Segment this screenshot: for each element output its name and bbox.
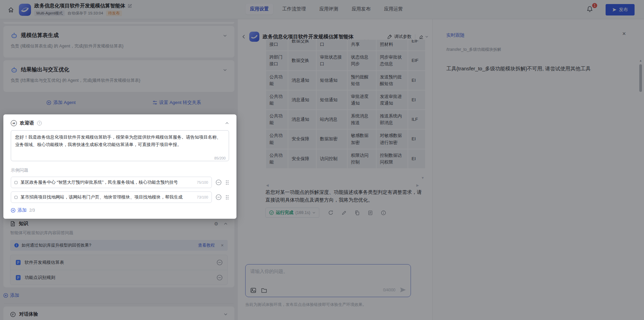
sample-question-text: 某区政务服务中心 “智慧大厅预约审批系统”，民生服务领域，核心功能含预约挂号: [21, 179, 194, 185]
sample-question-row: 某区政务服务中心 “智慧大厅预约审批系统”，民生服务领域，核心功能含预约挂号 7…: [11, 177, 229, 188]
add-sample-label: 添加: [18, 207, 27, 213]
app-root: 政务信息化项目软件开发规模估算智能体 Multi-Agent模式 自动保存于 1…: [0, 0, 644, 320]
remove-icon[interactable]: [216, 194, 222, 200]
sample-questions-label: 示例问题: [11, 167, 229, 173]
hi-icon: HI: [11, 120, 17, 126]
help-icon[interactable]: ?: [37, 121, 42, 126]
sample-add-row: 添加 2/3: [11, 207, 229, 213]
drag-dots-icon[interactable]: [225, 195, 229, 200]
drag-dots-icon[interactable]: [225, 180, 229, 185]
sample-char-counter: 75/100: [197, 180, 208, 184]
remove-icon[interactable]: [216, 179, 222, 185]
add-sample-button[interactable]: 添加: [11, 207, 27, 213]
drag-handle-icon[interactable]: [14, 181, 18, 184]
sample-question-row: 某市招商项目找地网站，该网站有门户页、地块管理模块、项目找地模块，帮我生成 73…: [11, 191, 229, 203]
welcome-title: 欢迎语: [20, 120, 34, 126]
sample-question-input[interactable]: 某市招商项目找地网站，该网站有门户页、地块管理模块、项目找地模块，帮我生成 73…: [11, 191, 212, 203]
sample-char-counter: 73/100: [197, 195, 208, 199]
chevron-up-icon[interactable]: [225, 121, 229, 125]
sample-question-text: 某市招商项目找地网站，该网站有门户页、地块管理模块、项目找地模块，帮我生成: [21, 194, 194, 200]
sample-question-input[interactable]: 某区政务服务中心 “智慧大厅预约审批系统”，民生服务领域，核心功能含预约挂号 7…: [11, 177, 212, 188]
welcome-text-input[interactable]: 您好！我是政务信息化项目软件开发规模估算助手，很荣幸为您提供软件规模估算服务。请…: [11, 130, 229, 161]
welcome-message-panel: HI 欢迎语 ? 您好！我是政务信息化项目软件开发规模估算助手，很荣幸为您提供软…: [3, 114, 236, 219]
welcome-char-counter: 85/200: [214, 156, 226, 160]
sample-quota: 2/3: [29, 208, 35, 213]
drag-handle-icon[interactable]: [14, 196, 18, 199]
